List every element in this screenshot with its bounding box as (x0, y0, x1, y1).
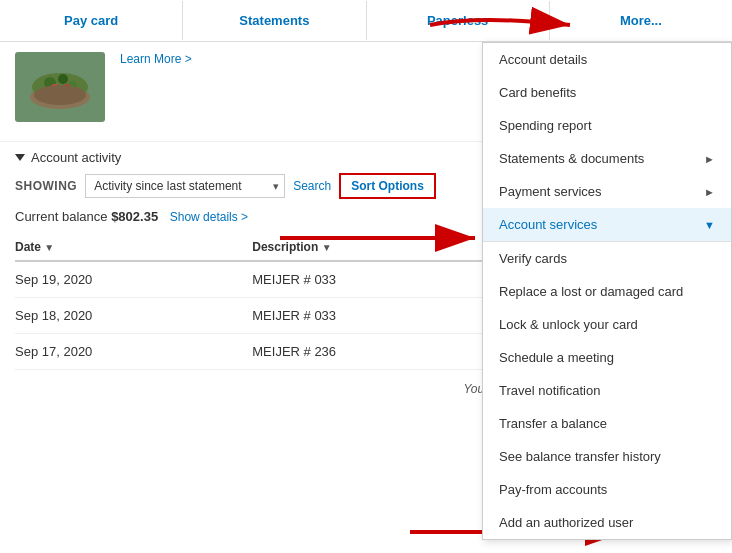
balance-label: Current balance (15, 209, 108, 224)
promo-text: Learn More > (120, 52, 411, 66)
dropdown-item-label: Transfer a balance (499, 416, 607, 431)
dropdown-section-account-services[interactable]: Account services ▼ (483, 208, 731, 241)
dropdown-item-label: Account details (499, 52, 587, 67)
dropdown-menu: Account detailsCard benefitsSpending rep… (482, 42, 732, 540)
svg-point-3 (58, 74, 68, 84)
chevron-right-icon: ► (704, 153, 715, 165)
dropdown-item-schedule-meeting[interactable]: Schedule a meeting (483, 341, 731, 374)
col-date[interactable]: Date ▼ (15, 234, 252, 261)
dropdown-item-transfer-balance[interactable]: Transfer a balance (483, 407, 731, 440)
dropdown-item-balance-history[interactable]: See balance transfer history (483, 440, 731, 473)
nav-more[interactable]: More... (550, 1, 732, 40)
dropdown-item-label: Lock & unlock your card (499, 317, 638, 332)
dropdown-item-label: Schedule a meeting (499, 350, 614, 365)
dropdown-item-card-benefits[interactable]: Card benefits (483, 76, 731, 109)
cell-date: Sep 19, 2020 (15, 261, 252, 298)
nav-statements[interactable]: Statements (183, 1, 366, 40)
dropdown-item-account-details[interactable]: Account details (483, 43, 731, 76)
dropdown-item-travel-notification[interactable]: Travel notification (483, 374, 731, 407)
cell-date: Sep 17, 2020 (15, 334, 252, 370)
balance-amount: $802.35 (111, 209, 158, 224)
search-button[interactable]: Search (293, 179, 331, 193)
chevron-right-icon: ► (704, 186, 715, 198)
dropdown-item-add-authorized-user[interactable]: Add an authorized user (483, 506, 731, 539)
cell-description: MEIJER # 236 (252, 334, 507, 370)
top-nav: Pay card Statements Paperless More... (0, 0, 732, 42)
learn-more-link[interactable]: Learn More > (120, 52, 411, 66)
promo-image (15, 52, 105, 122)
col-description[interactable]: Description ▼ (252, 234, 507, 261)
nav-pay-card[interactable]: Pay card (0, 1, 183, 40)
dropdown-item-label: Replace a lost or damaged card (499, 284, 683, 299)
activity-filter-select[interactable]: Activity since last statement (85, 174, 285, 198)
chevron-down-icon: ▼ (704, 219, 715, 231)
nav-paperless[interactable]: Paperless (367, 1, 550, 40)
cell-description: MEIJER # 033 (252, 261, 507, 298)
showing-label: SHOWING (15, 179, 77, 193)
filter-select-wrapper: Activity since last statement (85, 174, 285, 198)
dropdown-item-label: Travel notification (499, 383, 600, 398)
dropdown-item-spending-report[interactable]: Spending report (483, 109, 731, 142)
show-details-link[interactable]: Show details > (170, 210, 248, 224)
sort-options-button[interactable]: Sort Options (339, 173, 436, 199)
collapse-icon[interactable] (15, 154, 25, 161)
dropdown-item-label: Card benefits (499, 85, 576, 100)
cell-description: MEIJER # 033 (252, 298, 507, 334)
dropdown-item-label: Verify cards (499, 251, 567, 266)
dropdown-item-payment-services[interactable]: Payment services► (483, 175, 731, 208)
date-sort-icon: ▼ (44, 242, 54, 253)
dropdown-item-statements-documents[interactable]: Statements & documents► (483, 142, 731, 175)
dropdown-item-label: Spending report (499, 118, 592, 133)
dropdown-item-label: Statements & documents (499, 151, 644, 166)
dropdown-item-pay-from[interactable]: Pay-from accounts (483, 473, 731, 506)
dropdown-section-label: Account services (499, 217, 597, 232)
dropdown-item-lock-unlock[interactable]: Lock & unlock your card (483, 308, 731, 341)
dropdown-item-label: See balance transfer history (499, 449, 661, 464)
dropdown-item-replace-card[interactable]: Replace a lost or damaged card (483, 275, 731, 308)
desc-sort-icon: ▼ (322, 242, 332, 253)
svg-point-7 (34, 85, 86, 105)
dropdown-item-verify-cards[interactable]: Verify cards (483, 242, 731, 275)
section-title: Account activity (31, 150, 121, 165)
cell-date: Sep 18, 2020 (15, 298, 252, 334)
dropdown-item-label: Payment services (499, 184, 602, 199)
dropdown-item-label: Pay-from accounts (499, 482, 607, 497)
dropdown-item-label: Add an authorized user (499, 515, 633, 530)
